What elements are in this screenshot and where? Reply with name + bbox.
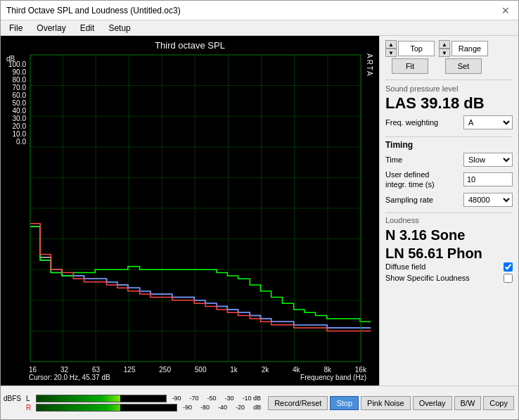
title-bar: Third Octave SPL and Loudness (Untitled.… xyxy=(1,1,518,20)
loudness-section-label: Loudness xyxy=(385,216,513,224)
overlay-button[interactable]: Overlay xyxy=(413,396,452,410)
top-range-controls: ▲ ▼ Top Fit ▲ ▼ Range Se xyxy=(385,40,513,74)
show-specific-checkbox[interactable] xyxy=(504,274,513,283)
user-defined-input[interactable] xyxy=(463,172,513,186)
y-tick-0: 0.0 xyxy=(5,138,26,146)
top-control-group: ▲ ▼ Top Fit xyxy=(385,40,435,74)
menu-file[interactable]: File xyxy=(6,23,25,34)
bottom-bar: dBFS L -90 -70 -50 -30 -10 dB dBFS R xyxy=(1,386,518,419)
loudness-n-value: N 3.16 Sone LN 56.61 Phon xyxy=(385,226,513,262)
spl-value: LAS 39.18 dB xyxy=(385,94,513,113)
sampling-rate-label: Sampling rate xyxy=(385,196,433,204)
range-display: Range xyxy=(451,41,488,56)
top-display: Top xyxy=(398,41,435,56)
range-down-arrow[interactable]: ▼ xyxy=(439,49,450,57)
dbfs-label: dBFS xyxy=(4,395,23,402)
time-row: Time Slow Fast Impulse xyxy=(385,153,513,167)
freq-weighting-row: Freq. weighting A B C Z xyxy=(385,115,513,129)
y-tick-30: 30.0 xyxy=(5,115,26,122)
meter-r-row: dBFS R -90 -80 -40 -20 dB xyxy=(4,404,261,412)
x-axis-title: Frequency band (Hz) xyxy=(300,374,366,381)
x-tick-125: 125 xyxy=(124,366,136,374)
right-panel: ▲ ▼ Top Fit ▲ ▼ Range Se xyxy=(379,36,518,386)
x-tick-32: 32 xyxy=(60,366,68,374)
show-specific-row: Show Specific Loudness xyxy=(385,274,513,283)
y-tick-50: 50.0 xyxy=(5,99,26,107)
show-specific-label: Show Specific Loudness xyxy=(385,274,470,282)
meter-l-track xyxy=(36,395,167,402)
copy-button[interactable]: Copy xyxy=(483,396,514,410)
y-tick-60: 60.0 xyxy=(5,91,26,99)
y-axis-label: dB xyxy=(6,55,15,63)
y-tick-80: 80.0 xyxy=(5,76,26,84)
top-control: ▲ ▼ Top xyxy=(385,40,435,57)
meter-r-ticks: -90 -80 -40 -20 dB xyxy=(180,404,261,411)
x-tick-16k: 16k xyxy=(355,366,366,374)
x-tick-63: 63 xyxy=(92,366,100,374)
y-tick-10: 10.0 xyxy=(5,130,26,138)
freq-weighting-label: Freq. weighting xyxy=(385,118,438,127)
timing-label: Timing xyxy=(385,140,513,150)
menu-edit[interactable]: Edit xyxy=(77,23,98,34)
range-up-arrow[interactable]: ▲ xyxy=(439,40,450,49)
menu-overlay[interactable]: Overlay xyxy=(34,23,68,34)
menu-bar: File Overlay Edit Setup xyxy=(1,20,518,36)
time-label: Time xyxy=(385,155,402,164)
bw-button[interactable]: B/W xyxy=(454,396,482,410)
x-tick-16: 16 xyxy=(29,366,37,374)
arta-label: ARTA xyxy=(365,53,373,77)
spl-section-label: Sound pressure level xyxy=(385,84,513,93)
y-tick-70: 70.0 xyxy=(5,84,26,91)
main-window: Third Octave SPL and Loudness (Untitled.… xyxy=(0,0,519,420)
y-axis: 100.0 90.0 80.0 70.0 60.0 50.0 40.0 30.0… xyxy=(5,61,29,148)
range-arrow-group: ▲ ▼ xyxy=(439,40,450,57)
top-down-arrow[interactable]: ▼ xyxy=(385,49,397,57)
timing-section: Timing Time Slow Fast Impulse User defin… xyxy=(385,136,513,210)
meter-l-row: dBFS L -90 -70 -50 -30 -10 dB xyxy=(4,395,261,402)
x-tick-250: 250 xyxy=(159,366,171,374)
fit-button[interactable]: Fit xyxy=(392,58,428,74)
main-area: Third octave SPL dB 100.0 90.0 80.0 70.0… xyxy=(1,36,518,386)
range-control: ▲ ▼ Range xyxy=(439,40,488,57)
diffuse-field-label: Diffuse field xyxy=(385,262,425,271)
stop-button[interactable]: Stop xyxy=(330,396,359,410)
range-control-group: ▲ ▼ Range Set xyxy=(439,40,488,74)
meter-l-ticks: -90 -70 -50 -30 -10 dB xyxy=(169,395,262,402)
y-tick-40: 40.0 xyxy=(5,107,26,115)
meter-r-track xyxy=(36,404,177,412)
user-defined-row: User defined integr. time (s) xyxy=(385,170,513,190)
record-reset-button[interactable]: Record/Reset xyxy=(268,396,328,410)
sampling-rate-row: Sampling rate 48000 44100 96000 xyxy=(385,193,513,207)
x-tick-2k: 2k xyxy=(262,366,269,374)
spl-canvas xyxy=(29,52,375,364)
chart-title: Third octave SPL xyxy=(5,40,375,51)
spl-section: Sound pressure level LAS 39.18 dB Freq. … xyxy=(385,79,513,134)
x-tick-500: 500 xyxy=(195,366,207,374)
loudness-section: Loudness N 3.16 Sone LN 56.61 Phon Diffu… xyxy=(385,212,513,285)
close-button[interactable]: ✕ xyxy=(499,4,513,18)
pink-noise-button[interactable]: Pink Noise xyxy=(361,396,411,410)
user-defined-label: User defined integr. time (s) xyxy=(385,170,449,190)
bottom-buttons: Record/Reset Stop Pink Noise Overlay B/W… xyxy=(264,393,518,413)
channel-r-label: R xyxy=(26,404,33,412)
menu-setup[interactable]: Setup xyxy=(105,23,133,34)
time-select[interactable]: Slow Fast Impulse xyxy=(463,153,513,167)
y-tick-90: 90.0 xyxy=(5,68,26,76)
top-up-arrow[interactable]: ▲ xyxy=(385,40,397,49)
x-tick-8k: 8k xyxy=(323,366,331,374)
x-axis-labels: 16 32 63 125 250 500 1k 2k 4k 8k 16k xyxy=(29,366,375,374)
set-button[interactable]: Set xyxy=(445,58,482,74)
x-tick-4k: 4k xyxy=(293,366,300,374)
diffuse-field-row: Diffuse field xyxy=(385,262,513,272)
cursor-info: Cursor: 20.0 Hz, 45.37 dB xyxy=(29,374,110,381)
channel-l-label: L xyxy=(26,395,33,402)
dbfs-section: dBFS L -90 -70 -50 -30 -10 dB dBFS R xyxy=(1,393,264,413)
sampling-rate-select[interactable]: 48000 44100 96000 xyxy=(463,193,513,207)
top-arrow-group: ▲ ▼ xyxy=(385,40,397,57)
x-tick-1k: 1k xyxy=(230,366,238,374)
window-title: Third Octave SPL and Loudness (Untitled.… xyxy=(6,6,181,15)
diffuse-field-checkbox[interactable] xyxy=(504,262,513,272)
chart-wrapper: dB 100.0 90.0 80.0 70.0 60.0 50.0 40.0 3… xyxy=(5,52,375,381)
freq-weighting-select[interactable]: A B C Z xyxy=(463,115,513,129)
chart-area: Third octave SPL dB 100.0 90.0 80.0 70.0… xyxy=(1,36,379,386)
